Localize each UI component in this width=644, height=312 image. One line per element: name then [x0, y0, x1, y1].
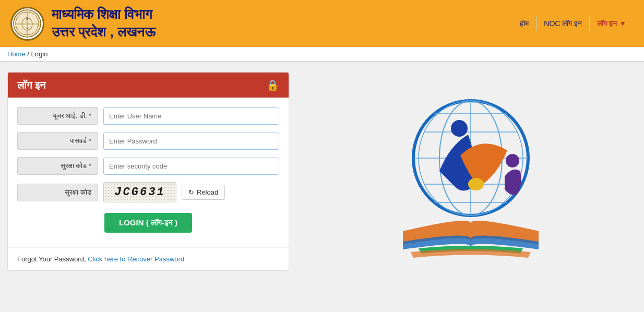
- security-code-row: सुरक्षा कोड *: [17, 157, 279, 175]
- main-content: लॉग इन 🔒 यूजर आई. डी. * पासवर्ड * सुरक्ष…: [0, 62, 644, 281]
- password-label: पासवर्ड *: [17, 132, 98, 150]
- reload-label: Reload: [197, 188, 218, 196]
- breadcrumb-current: Login: [31, 50, 48, 58]
- login-button[interactable]: LOGIN ( लॉग-इन ): [104, 213, 192, 233]
- lock-icon: 🔒: [266, 79, 279, 91]
- login-title: लॉग इन: [17, 79, 45, 91]
- forgot-password-link[interactable]: Click here to Recover Password: [88, 255, 184, 263]
- reload-captcha-button[interactable]: ↻ Reload: [182, 185, 225, 200]
- captcha-image: JCG631: [103, 182, 176, 202]
- forgot-password-row: Forgot Your Password, Click here to Reco…: [8, 247, 289, 270]
- forgot-password-text: Forgot Your Password,: [17, 255, 86, 263]
- breadcrumb-home[interactable]: Home: [7, 50, 26, 58]
- education-logo-svg: [387, 82, 554, 260]
- header-title: माध्यमिक शिक्षा विभाग उत्तर प्रदेश , लखन…: [52, 6, 156, 41]
- security-code-input[interactable]: [103, 158, 279, 175]
- site-header: ⚙ ✦ माध्यमिक शिक्षा विभाग उत्तर प्रदेश ,…: [0, 0, 644, 47]
- nav-home[interactable]: होम: [512, 16, 536, 31]
- svg-text:✦: ✦: [26, 27, 28, 30]
- login-form-body: यूजर आई. डी. * पासवर्ड * सुरक्षा कोड * स…: [8, 98, 289, 247]
- svg-point-18: [468, 178, 484, 190]
- nav-noc-login[interactable]: NOC लॉग इन: [536, 16, 589, 31]
- username-label: यूजर आई. डी. *: [17, 107, 98, 125]
- captcha-row: सुरक्षा कोड JCG631 ↻ Reload: [17, 182, 279, 202]
- header-navigation: होम NOC लॉग इन लॉग इन ▼: [512, 16, 634, 31]
- nav-login[interactable]: लॉग इन ▼: [589, 16, 634, 31]
- svg-point-17: [506, 154, 519, 167]
- svg-point-16: [451, 120, 468, 137]
- captcha-container: JCG631 ↻ Reload: [103, 182, 225, 202]
- site-logo: ⚙ ✦: [10, 7, 44, 41]
- login-card: लॉग इन 🔒 यूजर आई. डी. * पासवर्ड * सुरक्ष…: [7, 72, 289, 271]
- illustration-area: [305, 72, 637, 260]
- password-input[interactable]: [103, 133, 279, 150]
- username-row: यूजर आई. डी. *: [17, 107, 279, 125]
- login-card-header: लॉग इन 🔒: [8, 73, 289, 98]
- captcha-label: सुरक्षा कोड: [17, 184, 98, 201]
- dropdown-arrow-icon: ▼: [619, 19, 626, 28]
- reload-icon: ↻: [188, 188, 194, 196]
- breadcrumb-separator: /: [27, 50, 31, 58]
- header-brand: ⚙ ✦ माध्यमिक शिक्षा विभाग उत्तर प्रदेश ,…: [10, 6, 156, 41]
- password-row: पासवर्ड *: [17, 132, 279, 150]
- security-code-label: सुरक्षा कोड *: [17, 157, 98, 175]
- breadcrumb: Home / Login: [0, 47, 644, 62]
- username-input[interactable]: [103, 107, 279, 125]
- login-button-row: LOGIN ( लॉग-इन ): [17, 213, 279, 233]
